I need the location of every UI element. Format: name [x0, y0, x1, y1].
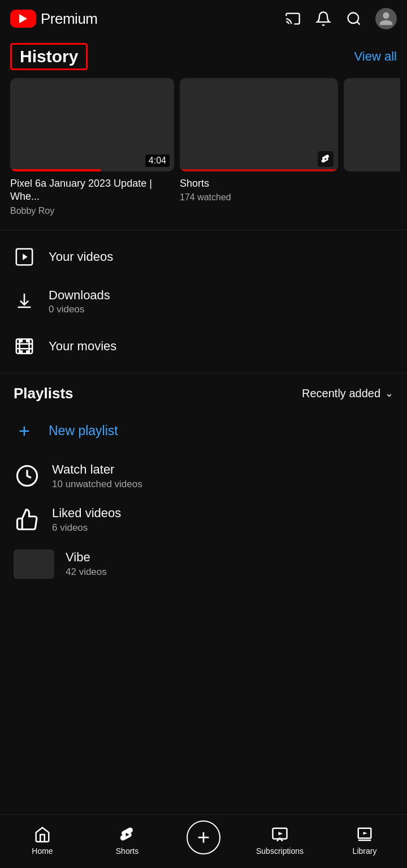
- menu-item-downloads[interactable]: Downloads 0 videos: [0, 278, 407, 325]
- playlist-item-liked[interactable]: Liked videos 6 videos: [0, 498, 407, 542]
- nav-item-shorts[interactable]: Shorts: [102, 826, 153, 856]
- svg-marker-14: [279, 832, 283, 835]
- history-section-header: History View all: [0, 37, 407, 78]
- your-videos-icon: [14, 246, 35, 268]
- history-item-1[interactable]: Shorts 174 watched: [180, 78, 338, 216]
- watch-later-info: Watch later 10 unwatched videos: [52, 462, 142, 490]
- cast-icon[interactable]: [284, 10, 302, 28]
- svg-rect-5: [16, 339, 32, 354]
- your-videos-label: Your videos: [49, 250, 113, 264]
- account-avatar[interactable]: [375, 8, 397, 29]
- nav-shorts-label: Shorts: [116, 846, 138, 856]
- liked-count: 6 videos: [52, 522, 121, 534]
- history-label: History: [10, 43, 88, 70]
- your-movies-text: Your movies: [49, 339, 116, 354]
- downloads-text: Downloads 0 videos: [49, 288, 110, 315]
- vibe-thumbnail: [14, 549, 54, 579]
- plus-icon: +: [14, 420, 35, 442]
- youtube-logo[interactable]: Premium: [10, 10, 98, 28]
- search-icon[interactable]: [345, 10, 363, 28]
- home-icon: [32, 826, 53, 844]
- svg-rect-7: [27, 339, 29, 341]
- playlist-item-watch-later[interactable]: Watch later 10 unwatched videos: [0, 454, 407, 498]
- history-thumb-2: [344, 78, 400, 171]
- downloads-count: 0 videos: [49, 304, 110, 315]
- bottom-nav: Home Shorts Subscriptions: [0, 814, 407, 868]
- svg-point-1: [348, 13, 359, 24]
- shorts-icon: [117, 826, 137, 844]
- new-playlist-item[interactable]: + New playlist: [0, 408, 407, 454]
- watch-later-name: Watch later: [52, 462, 142, 477]
- watch-later-icon: [14, 462, 41, 489]
- history-subtitle-1: 174 watched: [180, 192, 338, 203]
- sort-dropdown[interactable]: Recently added ⌄: [302, 387, 393, 400]
- sort-label: Recently added: [302, 387, 380, 400]
- subscriptions-icon: [270, 826, 290, 844]
- history-title-1: Shorts: [180, 177, 338, 190]
- view-all-link[interactable]: View all: [354, 49, 397, 64]
- downloads-label: Downloads: [49, 288, 110, 303]
- your-movies-label: Your movies: [49, 339, 116, 354]
- new-playlist-label: New playlist: [49, 423, 118, 439]
- playlists-title: Playlists: [14, 385, 73, 402]
- history-item-2[interactable]: [344, 78, 400, 216]
- history-item-0[interactable]: 4:04 Pixel 6a January 2023 Update | Whe.…: [10, 78, 174, 216]
- vibe-info: Vibe 42 videos: [66, 550, 107, 578]
- svg-marker-4: [23, 253, 27, 260]
- duration-badge-0: 4:04: [145, 154, 170, 167]
- menu-item-your-movies[interactable]: Your movies: [0, 325, 407, 367]
- svg-rect-8: [20, 351, 22, 353]
- nav-item-library[interactable]: Library: [339, 826, 390, 856]
- playlists-header: Playlists Recently added ⌄: [0, 373, 407, 408]
- history-thumb-1: [180, 78, 338, 171]
- downloads-icon: [14, 291, 35, 312]
- liked-videos-icon: [14, 506, 41, 533]
- vibe-count: 42 videos: [66, 566, 107, 578]
- watch-later-count: 10 unwatched videos: [52, 479, 142, 490]
- liked-info: Liked videos 6 videos: [52, 506, 121, 534]
- svg-rect-9: [27, 351, 29, 353]
- shorts-badge: [318, 151, 334, 167]
- history-row: 4:04 Pixel 6a January 2023 Update | Whe.…: [0, 78, 407, 216]
- history-channel-0: Bobby Roy: [10, 206, 174, 216]
- nav-library-label: Library: [353, 846, 377, 856]
- svg-marker-16: [363, 832, 368, 835]
- history-title-0: Pixel 6a January 2023 Update | Whe...: [10, 177, 174, 204]
- your-movies-icon: [14, 336, 35, 357]
- history-thumb-0: 4:04: [10, 78, 174, 171]
- your-videos-text: Your videos: [49, 250, 113, 264]
- nav-subscriptions-label: Subscriptions: [256, 846, 304, 856]
- liked-name: Liked videos: [52, 506, 121, 521]
- header-icons: [284, 8, 397, 29]
- nav-home-label: Home: [32, 846, 53, 856]
- vibe-name: Vibe: [66, 550, 107, 565]
- chevron-down-icon: ⌄: [385, 387, 393, 399]
- menu-list: Your videos Downloads 0 videos: [0, 230, 407, 373]
- nav-add-button[interactable]: [187, 820, 220, 854]
- svg-rect-6: [20, 339, 22, 341]
- playlist-item-vibe[interactable]: Vibe 42 videos: [0, 542, 407, 635]
- notifications-icon[interactable]: [314, 10, 332, 28]
- library-icon: [354, 826, 375, 844]
- nav-item-subscriptions[interactable]: Subscriptions: [254, 826, 305, 856]
- header: Premium: [0, 0, 407, 37]
- svg-line-2: [357, 22, 360, 24]
- brand-name: Premium: [41, 10, 98, 28]
- header-left: Premium: [10, 10, 98, 28]
- youtube-icon: [10, 10, 36, 28]
- menu-item-your-videos[interactable]: Your videos: [0, 236, 407, 278]
- progress-bar-0: [10, 169, 101, 171]
- nav-item-home[interactable]: Home: [17, 826, 68, 856]
